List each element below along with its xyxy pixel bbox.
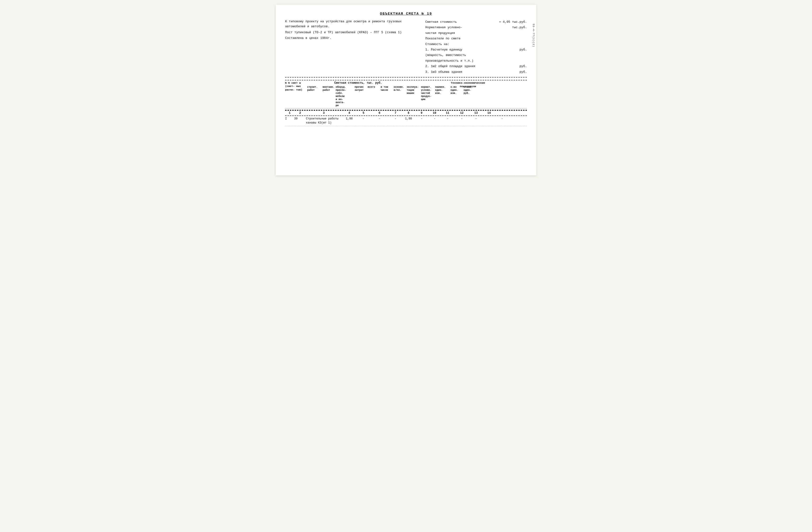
cell-name: Строительные работы канавы КЗ(мт 1): [306, 117, 342, 125]
col-number-3: 3: [306, 112, 342, 115]
smeta-col-header-prochikh: прочих затрат: [354, 86, 367, 107]
tekh-col-header-stoim: стоим. один. руб.: [464, 86, 477, 107]
col-number-8: 8: [402, 112, 415, 115]
header-right-row: Сметная стоимость= 4,05 тыс.руб.: [425, 19, 527, 25]
col-numbers-row: 1234567891011121314: [285, 110, 527, 116]
cell-vsego: 1,98: [402, 117, 415, 121]
divider-1: [285, 77, 527, 77]
header-right-row: Показатели по смете: [425, 36, 527, 41]
col-number-7: 7: [389, 112, 402, 115]
smeta-col-header-osnovn: основн. в/пл.: [394, 86, 407, 107]
tekh-group-header: Технико-экономические показатели: [409, 81, 527, 88]
col-number-9: 9: [415, 112, 428, 115]
smeta-col-header-montazh: монтажн. работ: [322, 86, 336, 107]
table-row: I39Строительные работы канавы КЗ(мт 1)1,…: [285, 116, 527, 126]
header-section: К типовому проекту на устройства для осм…: [285, 19, 527, 75]
header-right-label: 2. 1м2 общей площади здания: [425, 63, 498, 69]
header-right-label: 1. Расчетную единицу (мощность, вместимо…: [425, 47, 498, 63]
table-header-row1: № № смет ш (смет- ных расче- тов) Сметна…: [285, 81, 527, 108]
smeta-col-header-ekspluatatsiya: эксплуа- тации машин: [407, 86, 421, 107]
header-right-label: Показатели по смете: [425, 36, 498, 41]
tekh-col-header-naim: наимен. един. изм.: [435, 86, 451, 107]
col-number-13: 13: [469, 112, 482, 115]
cell-stoim: -: [496, 117, 509, 121]
header-right-row: 2. 1м2 общей площади зданияруб.: [425, 63, 527, 69]
cell-stroit: 1,98: [342, 117, 357, 121]
cell-normat: -: [454, 117, 469, 121]
col-number-5: 5: [357, 112, 370, 115]
smeta-col-header-normat: нормат. условн. чистой продук- ции: [421, 86, 435, 107]
header-right-value: руб.: [498, 69, 527, 75]
header-line1: К типовому проекту на устройства для осм…: [285, 19, 418, 29]
header-line3: Составлена в ценах 1984г.: [285, 36, 418, 41]
cell-ekspluatatsiya: -: [441, 117, 454, 121]
header-right-value: = 4,05 тыс.руб.: [498, 19, 527, 25]
smeta-group-label: Сметная стоимость, тыс. руб.: [307, 81, 409, 86]
col-number-6: 6: [370, 112, 389, 115]
header-right-row: 3. 1м3 объема зданияруб.: [425, 69, 527, 75]
header-right-label: 3. 1м3 объема здания: [425, 69, 498, 75]
col-number-2: 2: [294, 112, 306, 115]
cell-prochikh: -: [389, 117, 402, 121]
cell-naim: -: [469, 117, 482, 121]
col-number-4: 4: [342, 112, 357, 115]
page: ОБЪЕКТНАЯ СМЕТА № 19 К типовому проекту …: [276, 5, 536, 175]
data-rows-container: I39Строительные работы канавы КЗ(мт 1)1,…: [285, 116, 527, 126]
tekh-col-header-kvo: к-во един. изм.: [451, 86, 464, 107]
col-number-12: 12: [454, 112, 469, 115]
cell-vtch: -: [415, 117, 428, 121]
header-right-label: Стоимость на:: [425, 42, 498, 47]
cell-oborud: -: [370, 117, 389, 121]
smeta-col-header-vsego: всего: [367, 86, 381, 107]
col-number-14: 14: [482, 112, 496, 115]
col-number-10: 10: [428, 112, 441, 115]
cell-montazh: -: [357, 117, 370, 121]
header-right-value: руб.: [498, 63, 527, 69]
header-right-row: 1. Расчетную единицу (мощность, вместимо…: [425, 47, 527, 63]
header-right-label: Нормативная условно- чистая продукция: [425, 25, 498, 36]
page-title: ОБЪЕКТНАЯ СМЕТА № 19: [285, 12, 527, 16]
col-number-1: 1: [285, 112, 294, 115]
header-right-row: Нормативная условно- чистая продукциятыс…: [425, 25, 527, 36]
smeta-subrow: строит. работмонтажн. работоборуд. присп…: [307, 86, 409, 107]
smeta-group-header: Сметная стоимость, тыс. руб. строит. раб…: [307, 81, 409, 107]
header-right-value: тыс.руб.: [498, 25, 527, 30]
col-number-11: 11: [441, 112, 454, 115]
header-left: К типовому проекту на устройства для осм…: [285, 19, 418, 75]
cell-smet: 39: [294, 117, 306, 121]
header-line2: Пост тупиковый (ТО-2 и ТР) автомобилей (…: [285, 30, 418, 35]
side-stamp: 53-4-77(1)(2): [532, 24, 535, 47]
header-right: Сметная стоимость= 4,05 тыс.руб.Норматив…: [425, 19, 527, 75]
smeta-col-header-stroit: строит. работ: [307, 86, 322, 107]
table-header: № № смет ш (смет- ных расче- тов) Сметна…: [285, 80, 527, 110]
cell-no: I: [285, 117, 294, 121]
col-header-no: № № смет ш (смет- ных расче- тов): [285, 81, 307, 91]
header-right-label: Сметная стоимость: [425, 19, 498, 25]
cell-osnovn: -: [428, 117, 441, 121]
header-right-row: Стоимость на:: [425, 42, 527, 47]
header-right-value: руб.: [498, 47, 527, 53]
smeta-col-header-vtch: в том числе: [381, 86, 394, 107]
smeta-col-header-oborud: оборуд. приспо- собл. мебели и ин- вента…: [336, 86, 354, 107]
